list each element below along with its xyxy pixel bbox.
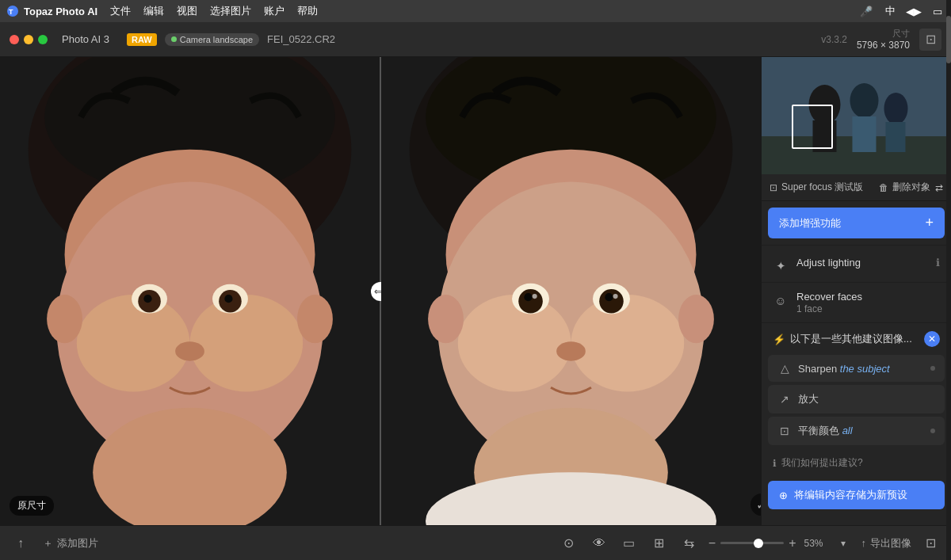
compare-button[interactable]: ⊞ [648,532,670,554]
recover-faces-title: Recover faces [796,291,940,303]
share-button[interactable]: ⊡ [919,532,941,554]
main-content: 原尺寸 ⟺ [0,57,951,525]
svg-point-29 [599,289,624,314]
camera-capture-button[interactable]: ⊙ [558,532,580,554]
add-feature-plus-icon: + [925,215,934,231]
camera-dot [171,36,177,42]
suggestion-enlarge[interactable]: ↗ 放大 [768,385,945,413]
info-icon[interactable]: ℹ [936,257,940,269]
suggestion-enlarge-text: 放大 [798,392,935,406]
menu-select[interactable]: 选择图片 [210,4,251,18]
export-icon: ↑ [861,537,867,549]
delete-icon: 🗑 [879,182,888,193]
flip-button[interactable]: ⇆ [678,532,701,554]
svg-point-37 [678,295,714,343]
app-logo: T Topaz Photo AI [6,5,97,17]
transform-button[interactable]: ⇄ [935,182,943,193]
add-photo-icon: ＋ [43,536,53,550]
scrollbar-thumb[interactable] [946,57,951,63]
wifi-icon: ◀▶ [907,4,921,18]
svg-point-44 [850,83,879,118]
adjust-lighting-item[interactable]: ✦ Adjust lighting ℹ [762,249,951,283]
dimension-value: 5796 × 3870 [857,40,910,51]
app-name: Topaz Photo AI [24,6,97,17]
eye-button[interactable]: 👁 [588,532,610,554]
thumb-svg [762,57,951,174]
maximize-button[interactable] [38,35,48,44]
toolbar: Photo AI 3 RAW Camera landscape FEI_0522… [0,22,951,57]
image-area: 原尺寸 ⟺ [0,57,761,525]
face-icon: ☺ [773,292,789,308]
add-photo-button[interactable]: ＋ 添加图片 [43,536,98,550]
suggestions-header: ⚡ 以下是一些其他建议图像... ✕ [762,323,951,352]
scrollbar-track [946,57,951,525]
how-suggest-button[interactable]: ℹ 我们如何提出建议? [762,448,951,478]
filename: FEI_0522.CR2 [267,33,335,45]
expand-icon: ↗ [777,393,792,406]
dimension-label: 尺寸 [857,28,910,40]
suggestion-sharpen[interactable]: △ Sharpen the subject [768,355,945,382]
menu-edit[interactable]: 编辑 [143,4,164,18]
suggestion-balance[interactable]: ⊡ 平衡颜色 all [768,417,945,445]
export-button[interactable]: ↑ 导出图像 [861,536,912,550]
zoom-slider[interactable] [720,542,784,544]
zoom-dropdown[interactable]: ▾ [841,538,846,549]
minimize-button[interactable] [24,35,33,44]
panel-toggle-button[interactable]: ⊡ [919,29,941,51]
super-focus-label: Super focus 测试版 [781,181,863,194]
menu-help[interactable]: 帮助 [297,4,318,18]
svg-rect-47 [886,122,906,152]
close-button[interactable] [10,35,19,44]
original-image-svg [0,57,380,525]
app-title: Photo AI 3 [62,33,109,45]
delete-subject-button[interactable]: 🗑 删除对象 [879,181,930,194]
upload-button[interactable]: ↑ [10,532,32,554]
suggestions-close-button[interactable]: ✕ [924,331,940,347]
svg-text:T: T [9,8,13,16]
svg-point-34 [556,341,586,360]
menu-file[interactable]: 文件 [110,4,131,18]
adjust-lighting-title: Adjust lighting [796,257,928,269]
svg-point-31 [605,293,613,301]
svg-point-24 [458,295,571,391]
save-preset-button[interactable]: ⊕ 将编辑内容存储为新预设 [768,481,945,509]
zoom-in-icon[interactable]: + [789,536,796,550]
svg-point-36 [428,295,464,343]
zoom-slider-thumb[interactable] [754,539,763,548]
thumb-selection[interactable] [792,105,833,149]
suggestion-balance-text: 平衡颜色 all [798,424,924,438]
zoom-out-icon[interactable]: − [708,536,716,550]
mic-icon: 🎤 [859,4,873,18]
original-image-panel: 原尺寸 [0,57,380,525]
menu-right: 🎤 中 ◀▶ ▭ [859,4,945,18]
add-feature-label: 添加增强功能 [779,216,841,230]
super-focus-button[interactable]: ⊡ Super focus 测试版 [770,181,863,194]
version-label: v3.3.2 [821,34,847,45]
svg-point-28 [518,289,543,314]
svg-point-46 [884,93,908,124]
suggestions-label: ⚡ 以下是一些其他建议图像... [773,332,912,346]
super-focus-icon: ⊡ [770,182,777,193]
bottom-bar: ↑ ＋ 添加图片 ⊙ 👁 ▭ ⊞ ⇆ − + 53% ▾ ↑ 导出图像 ⊡ [0,525,951,560]
svg-rect-45 [853,116,877,152]
raw-badge: RAW [127,33,157,46]
recover-faces-item[interactable]: ☺ Recover faces 1 face [762,283,951,323]
crop-button[interactable]: ▭ [618,532,640,554]
panel-main: 添加增强功能 + ✦ Adjust lighting ℹ ☺ Recover f… [762,201,951,525]
menu-account[interactable]: 账户 [264,4,285,18]
menu-items: 文件 编辑 视图 选择图片 账户 帮助 [110,4,318,18]
size-badge[interactable]: 原尺寸 [10,496,54,516]
menu-view[interactable]: 视图 [177,4,197,18]
how-suggest-label: 我们如何提出建议? [781,456,863,470]
zoom-percentage: 53% [804,538,833,549]
save-preset-label: 将编辑内容存储为新预设 [794,488,907,502]
add-photo-label: 添加图片 [57,536,98,550]
zoom-controls: − + [708,536,796,550]
svg-point-33 [613,294,617,299]
add-feature-button[interactable]: 添加增强功能 + [768,208,945,238]
save-preset-icon: ⊕ [779,490,788,501]
recover-faces-text: Recover faces 1 face [796,291,940,314]
svg-point-13 [143,295,151,303]
dimension-box: 尺寸 5796 × 3870 [857,28,910,51]
svg-point-7 [77,295,190,391]
